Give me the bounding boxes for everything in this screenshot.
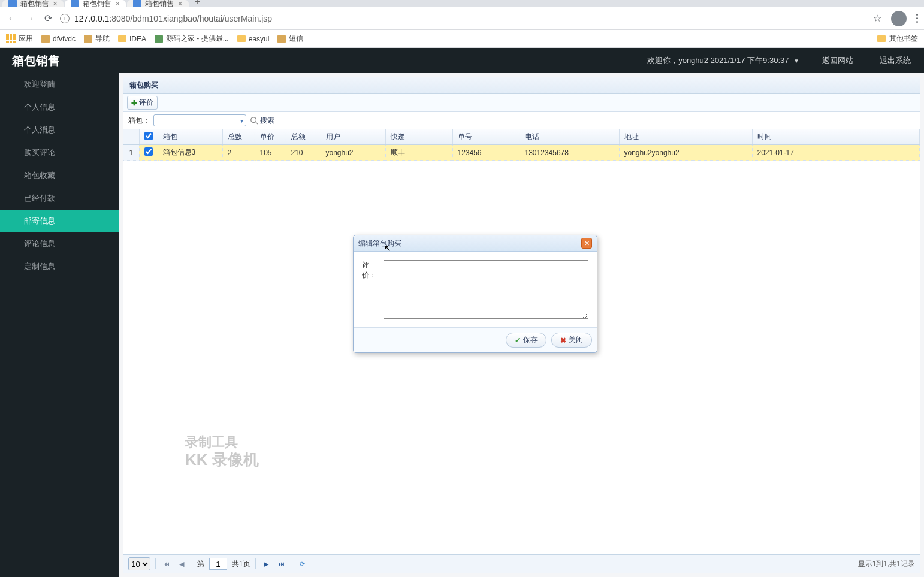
sidebar-item-comments[interactable]: 评论信息 [0,232,119,255]
search-button[interactable]: 搜索 [250,116,274,126]
bookmarks-bar: 应用 dfvfvdc 导航 IDEA 源码之家 - 提供最... easyui … [0,30,924,48]
bookmark-icon [41,35,50,43]
url-text: 127.0.0.1:8080/bdm101xiangbao/houtai/use… [74,14,272,23]
svg-point-0 [251,117,256,123]
plus-icon: ✚ [131,99,137,107]
save-button[interactable]: ✓ 保存 [506,333,546,348]
sidebar-item-messages[interactable]: 个人消息 [0,119,119,141]
back-to-site-link[interactable]: 返回网站 [809,55,866,66]
x-icon: ✖ [560,336,566,345]
close-icon[interactable]: × [177,0,182,7]
browser-menu-icon[interactable] [916,14,918,23]
bookmark-item[interactable]: IDEA [118,35,146,43]
col-time[interactable]: 时间 [752,129,920,145]
tab-title: 箱包销售 [145,0,174,7]
table-row[interactable]: 1 箱包信息3 2 105 210 yonghu2 顺丰 123456 1301… [123,145,920,161]
reload-button[interactable]: ⟳ [42,13,54,25]
bookmark-star-icon[interactable]: ☆ [873,13,881,24]
last-page-button[interactable]: ⏭ [276,558,287,569]
sidebar-item-shipping[interactable]: 邮寄信息 [0,210,119,232]
check-icon: ✓ [515,336,521,345]
rownum-header [123,129,139,145]
browser-tab-1[interactable]: 箱包销售 × [65,0,126,7]
browser-tab-0[interactable]: 箱包销售 × [2,0,64,7]
app-header: 箱包销售 欢迎你，yonghu2 2021/1/17 下午9:30:37 ▼ 返… [0,48,924,73]
bookmark-item[interactable]: 导航 [84,34,110,44]
apps-label: 应用 [19,34,33,44]
col-total[interactable]: 总额 [286,129,321,145]
bookmark-item[interactable]: 短信 [277,34,303,44]
row-number: 1 [123,145,139,161]
apps-button[interactable]: 应用 [6,34,33,44]
welcome-message[interactable]: 欢迎你，yonghu2 2021/1/17 下午9:30:37 ▼ [638,55,809,66]
chevron-down-icon: ▾ [240,117,243,124]
checkbox-header [139,129,158,145]
refresh-button[interactable]: ⟳ [297,558,308,569]
forward-button[interactable]: → [24,13,36,25]
col-orderno[interactable]: 单号 [452,129,520,145]
bookmark-item[interactable]: easyui [237,35,270,43]
dialog-buttons: ✓ 保存 ✖ 关闭 [354,328,597,352]
sidebar-item-paid[interactable]: 已经付款 [0,187,119,210]
page-number-input[interactable] [209,558,227,570]
col-phone[interactable]: 电话 [520,129,619,145]
logout-link[interactable]: 退出系统 [866,55,924,66]
review-textarea[interactable] [384,260,588,319]
address-bar: ← → ⟳ i 127.0.0.1:8080/bdm101xiangbao/ho… [0,7,924,30]
data-table: 箱包 总数 单价 总额 用户 快递 单号 电话 地址 时间 [123,129,920,161]
col-user[interactable]: 用户 [321,129,385,145]
panel-title: 箱包购买 [123,77,920,94]
evaluate-button[interactable]: ✚ 评价 [127,96,158,110]
profile-avatar[interactable] [891,11,907,26]
url-input[interactable]: i 127.0.0.1:8080/bdm101xiangbao/houtai/u… [60,14,867,23]
next-page-button[interactable]: ▶ [261,558,271,569]
page-label: 第 [197,559,204,569]
cell-time: 2021-01-17 [752,145,920,161]
chevron-down-icon: ▼ [793,58,799,64]
site-info-icon[interactable]: i [60,14,70,23]
edit-dialog: 编辑箱包购买 ✕ 评价： ✓ 保存 ✖ 关闭 [353,235,597,353]
back-button[interactable]: ← [6,13,18,25]
close-icon[interactable]: × [115,0,120,7]
tab-favicon [8,0,17,7]
product-combobox[interactable]: ▾ [153,114,246,126]
prev-page-button[interactable]: ◀ [176,558,187,569]
cell-product: 箱包信息3 [158,145,222,161]
col-product[interactable]: 箱包 [158,129,222,145]
col-qty[interactable]: 总数 [222,129,255,145]
sidebar-item-welcome[interactable]: 欢迎登陆 [0,73,119,96]
close-icon[interactable]: × [53,0,58,7]
dialog-close-button[interactable]: ✕ [581,238,592,249]
sidebar-item-reviews[interactable]: 购买评论 [0,141,119,164]
select-all-checkbox[interactable] [144,132,153,140]
folder-icon [237,35,246,42]
search-icon [250,116,258,125]
search-label: 箱包： [128,116,150,126]
bookmark-item[interactable]: dfvfvdc [41,35,76,43]
tab-title: 箱包销售 [20,0,49,7]
search-row: 箱包： ▾ 搜索 [123,112,920,129]
cell-total: 210 [286,145,321,161]
col-express[interactable]: 快递 [385,129,452,145]
new-tab-button[interactable]: + [190,0,205,7]
page-size-select[interactable]: 10 [128,557,150,570]
browser-tab-2[interactable]: 箱包销售 × [127,0,188,7]
app-title: 箱包销售 [0,53,72,69]
apps-icon [6,34,16,44]
sidebar-item-favorites[interactable]: 箱包收藏 [0,164,119,187]
browser-tabs: 箱包销售 × 箱包销售 × 箱包销售 × + [0,0,924,7]
dialog-titlebar[interactable]: 编辑箱包购买 ✕ [354,235,597,252]
cell-price: 105 [255,145,286,161]
row-checkbox[interactable] [144,147,153,156]
col-price[interactable]: 单价 [255,129,286,145]
other-bookmarks[interactable]: 其他书签 [877,34,918,44]
cancel-button[interactable]: ✖ 关闭 [551,333,592,348]
first-page-button[interactable]: ⏮ [161,558,171,569]
bookmark-item[interactable]: 源码之家 - 提供最... [155,34,229,44]
dialog-title: 编辑箱包购买 [358,238,401,249]
toolbar: ✚ 评价 [123,94,920,112]
col-address[interactable]: 地址 [619,129,752,145]
sidebar-item-custom[interactable]: 定制信息 [0,255,119,278]
cell-qty: 2 [222,145,255,161]
sidebar-item-profile[interactable]: 个人信息 [0,96,119,119]
